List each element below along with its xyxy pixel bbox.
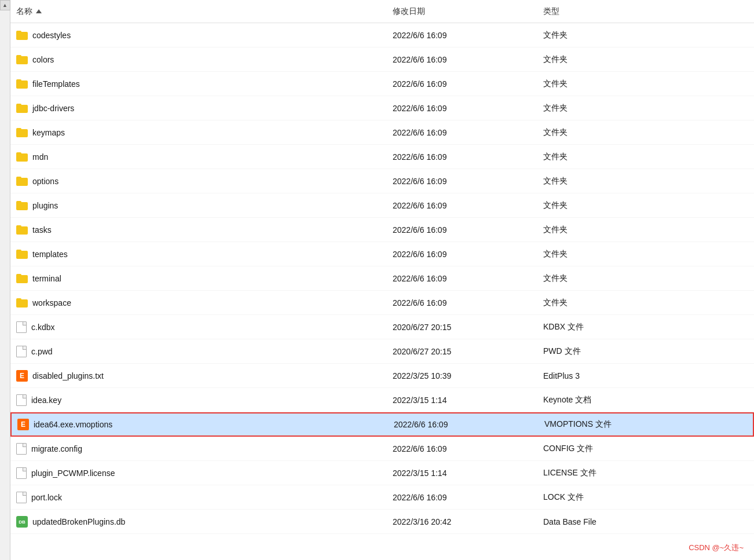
file-date: 2022/3/25 10:39 — [393, 371, 543, 380]
file-date: 2022/3/15 1:14 — [393, 469, 543, 478]
table-row[interactable]: c.kdbx 2020/6/27 20:15 KDBX 文件 — [10, 315, 754, 339]
table-row[interactable]: jdbc-drivers 2022/6/6 16:09 文件夹 — [10, 96, 754, 120]
folder-icon — [16, 225, 28, 235]
scroll-up-arrow[interactable]: ▲ — [0, 0, 10, 10]
file-date: 2022/6/6 16:09 — [393, 152, 543, 162]
file-name-cell: plugins — [16, 201, 393, 210]
left-scrollbar: ▲ — [0, 0, 10, 560]
file-name: codestyles — [32, 31, 71, 40]
file-date: 2022/6/6 16:09 — [393, 177, 543, 186]
file-name-cell: updatedBrokenPlugins.db — [16, 516, 393, 528]
folder-icon — [16, 201, 28, 210]
file-name-cell: c.pwd — [16, 346, 393, 357]
folder-icon — [16, 31, 28, 40]
file-name-cell: idea.key — [16, 394, 393, 406]
header-type[interactable]: 类型 — [543, 6, 748, 17]
file-name: idea.key — [31, 396, 61, 405]
file-type: 文件夹 — [543, 79, 748, 89]
table-row[interactable]: plugin_PCWMP.license 2022/3/15 1:14 LICE… — [10, 461, 754, 485]
watermark-label: CSDN @~久违~ — [689, 543, 744, 553]
header-date[interactable]: 修改日期 — [393, 6, 543, 17]
file-type: 文件夹 — [543, 200, 748, 211]
table-row[interactable]: tasks 2022/6/6 16:09 文件夹 — [10, 218, 754, 242]
file-type: LOCK 文件 — [543, 492, 748, 503]
table-row[interactable]: fileTemplates 2022/6/6 16:09 文件夹 — [10, 72, 754, 96]
table-row[interactable]: plugins 2022/6/6 16:09 文件夹 — [10, 193, 754, 218]
file-icon — [16, 467, 27, 479]
file-name-cell: templates — [16, 250, 393, 259]
file-name: c.pwd — [31, 347, 53, 356]
file-name-cell: plugin_PCWMP.license — [16, 467, 393, 479]
file-type: 文件夹 — [543, 298, 748, 308]
table-row[interactable]: mdn 2022/6/6 16:09 文件夹 — [10, 145, 754, 169]
file-date: 2022/3/15 1:14 — [393, 396, 543, 405]
file-date: 2022/6/6 16:09 — [394, 420, 544, 429]
file-type: LICENSE 文件 — [543, 468, 748, 478]
file-type: PWD 文件 — [543, 346, 748, 357]
file-date: 2022/6/6 16:09 — [393, 444, 543, 453]
table-row[interactable]: keymaps 2022/6/6 16:09 文件夹 — [10, 120, 754, 145]
file-date: 2022/6/6 16:09 — [393, 31, 543, 40]
file-name: migrate.config — [31, 444, 82, 453]
header-name[interactable]: 名称 — [16, 6, 393, 17]
file-name: plugins — [32, 201, 58, 210]
file-icon — [16, 443, 27, 455]
file-name: c.kdbx — [31, 323, 54, 332]
file-date: 2022/6/6 16:09 — [393, 55, 543, 64]
database-icon — [16, 516, 28, 528]
file-name: mdn — [32, 152, 48, 162]
folder-icon — [16, 274, 28, 283]
file-name-cell: codestyles — [16, 31, 393, 40]
file-name-cell: options — [16, 177, 393, 186]
file-icon — [16, 492, 27, 503]
file-type: 文件夹 — [543, 225, 748, 235]
file-type: 文件夹 — [543, 152, 748, 162]
table-row[interactable]: workspace 2022/6/6 16:09 文件夹 — [10, 291, 754, 315]
table-row[interactable]: colors 2022/6/6 16:09 文件夹 — [10, 47, 754, 72]
file-name: fileTemplates — [32, 79, 80, 89]
folder-icon — [16, 152, 28, 162]
folder-icon — [16, 104, 28, 113]
file-type: EditPlus 3 — [543, 371, 748, 380]
file-name: colors — [32, 55, 54, 64]
table-row[interactable]: idea64.exe.vmoptions 2022/6/6 16:09 VMOP… — [10, 412, 754, 437]
table-row[interactable]: disabled_plugins.txt 2022/3/25 10:39 Edi… — [10, 364, 754, 388]
folder-icon — [16, 177, 28, 186]
table-row[interactable]: codestyles 2022/6/6 16:09 文件夹 — [10, 23, 754, 47]
file-type: 文件夹 — [543, 103, 748, 114]
file-type: KDBX 文件 — [543, 322, 748, 332]
file-name-cell: idea64.exe.vmoptions — [17, 419, 394, 430]
file-name: plugin_PCWMP.license — [31, 469, 115, 478]
file-name-cell: terminal — [16, 274, 393, 283]
vmoptions-icon — [17, 419, 29, 430]
file-name: updatedBrokenPlugins.db — [32, 517, 125, 526]
table-row[interactable]: migrate.config 2022/6/6 16:09 CONFIG 文件 — [10, 437, 754, 461]
table-row[interactable]: options 2022/6/6 16:09 文件夹 — [10, 169, 754, 193]
file-name: options — [32, 177, 58, 186]
file-name: terminal — [32, 274, 61, 283]
sort-up-icon — [36, 9, 42, 13]
file-icon — [16, 394, 27, 406]
editplus-icon — [16, 370, 28, 382]
file-name: port.lock — [31, 493, 62, 502]
file-type: 文件夹 — [543, 273, 748, 284]
file-name: disabled_plugins.txt — [32, 371, 104, 380]
table-row[interactable]: c.pwd 2020/6/27 20:15 PWD 文件 — [10, 339, 754, 364]
file-name-cell: jdbc-drivers — [16, 104, 393, 113]
file-name: tasks — [32, 225, 52, 235]
table-row[interactable]: updatedBrokenPlugins.db 2022/3/16 20:42 … — [10, 510, 754, 534]
file-type: 文件夹 — [543, 127, 748, 138]
file-type: Data Base File — [543, 517, 748, 526]
file-date: 2022/6/6 16:09 — [393, 201, 543, 210]
file-name: workspace — [32, 298, 71, 308]
file-date: 2020/6/27 20:15 — [393, 347, 543, 356]
file-name: idea64.exe.vmoptions — [34, 420, 112, 429]
table-row[interactable]: templates 2022/6/6 16:09 文件夹 — [10, 242, 754, 266]
table-row[interactable]: terminal 2022/6/6 16:09 文件夹 — [10, 266, 754, 291]
file-type: 文件夹 — [543, 30, 748, 41]
file-date: 2022/6/6 16:09 — [393, 250, 543, 259]
folder-icon — [16, 250, 28, 259]
table-row[interactable]: port.lock 2022/6/6 16:09 LOCK 文件 — [10, 485, 754, 510]
table-row[interactable]: idea.key 2022/3/15 1:14 Keynote 文档 — [10, 388, 754, 412]
file-type: 文件夹 — [543, 54, 748, 65]
